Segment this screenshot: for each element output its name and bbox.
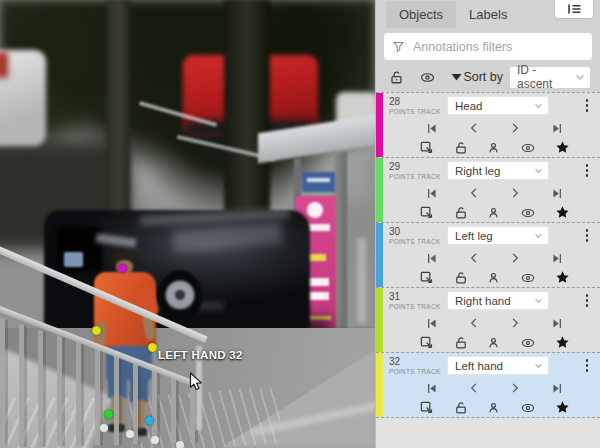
first-keyframe-button[interactable]: [425, 122, 438, 135]
occluded-switch-button[interactable]: [487, 336, 500, 350]
hidden-switch-button[interactable]: [520, 271, 536, 285]
chevron-down-icon: [534, 233, 543, 239]
occluded-switch-button[interactable]: [487, 141, 500, 155]
chevron-down-icon: [575, 74, 585, 81]
next-keyframe-button[interactable]: [509, 382, 521, 394]
objects-sidebar: Objects Labels: [375, 0, 600, 448]
occluded-switch-button[interactable]: [487, 206, 500, 220]
label-select[interactable]: Left hand: [447, 356, 549, 375]
mouse-cursor: [189, 372, 203, 392]
label-select-value: Right leg: [455, 165, 500, 177]
prev-keyframe-button[interactable]: [468, 122, 480, 134]
keypoint-right-hand[interactable]: [92, 326, 101, 335]
sort-order-select[interactable]: ID - ascent: [510, 67, 590, 88]
more-actions-icon[interactable]: [580, 226, 594, 242]
first-keyframe-button[interactable]: [425, 317, 438, 330]
prev-keyframe-button[interactable]: [468, 252, 480, 264]
outside-switch-button[interactable]: [419, 335, 434, 350]
more-actions-icon[interactable]: [580, 161, 594, 177]
label-select[interactable]: Right leg: [447, 161, 549, 180]
next-keyframe-button[interactable]: [509, 187, 521, 199]
object-row-30[interactable]: 30 POINTS TRACK Left leg: [376, 223, 600, 288]
sidebar-header: Objects Labels: [376, 0, 600, 92]
outside-switch-button[interactable]: [419, 205, 434, 220]
video-frame-canvas[interactable]: LEFT HAND 32: [0, 0, 375, 448]
keyframe-star-button[interactable]: [555, 270, 570, 285]
first-keyframe-button[interactable]: [425, 187, 438, 200]
object-type: POINTS TRACK: [389, 238, 447, 245]
object-type: POINTS TRACK: [389, 108, 447, 115]
more-actions-icon[interactable]: [580, 356, 594, 372]
sidebar-tabs: Objects Labels: [376, 0, 600, 28]
keyframe-star-button[interactable]: [555, 140, 570, 155]
keypoint-right-leg[interactable]: [104, 410, 113, 419]
object-id: 30: [389, 227, 447, 237]
hidden-switch-button[interactable]: [520, 141, 536, 155]
last-keyframe-button[interactable]: [551, 382, 564, 395]
object-row-31[interactable]: 31 POINTS TRACK Right hand: [376, 288, 600, 353]
last-keyframe-button[interactable]: [551, 122, 564, 135]
next-keyframe-button[interactable]: [509, 252, 521, 264]
tab-labels[interactable]: Labels: [456, 1, 520, 28]
annotations-filter-box[interactable]: [384, 33, 592, 60]
last-keyframe-button[interactable]: [551, 252, 564, 265]
lock-switch-button[interactable]: [454, 401, 468, 415]
keypoint-left-leg[interactable]: [145, 416, 154, 425]
last-keyframe-button[interactable]: [551, 317, 564, 330]
hidden-switch-button[interactable]: [520, 336, 536, 350]
prev-keyframe-button[interactable]: [468, 382, 480, 394]
tab-objects[interactable]: Objects: [386, 1, 456, 28]
lock-switch-button[interactable]: [454, 271, 468, 285]
object-type: POINTS TRACK: [389, 303, 447, 310]
cvat-annotation-app: LEFT HAND 32 Objects Labels: [0, 0, 600, 448]
eye-icon: [419, 70, 436, 85]
first-keyframe-button[interactable]: [425, 252, 438, 265]
next-keyframe-button[interactable]: [509, 317, 521, 329]
prev-keyframe-button[interactable]: [468, 317, 480, 329]
more-actions-icon[interactable]: [580, 291, 594, 307]
keypoint-left-hand[interactable]: [148, 343, 157, 352]
object-type: POINTS TRACK: [389, 173, 447, 180]
sort-order-value: ID - ascent: [517, 63, 575, 91]
keyframe-star-button[interactable]: [555, 205, 570, 220]
chevron-down-icon: [534, 103, 543, 109]
appearance-menu-button[interactable]: [555, 0, 593, 18]
keyframe-star-button[interactable]: [555, 400, 570, 415]
object-color-strip: [376, 93, 383, 157]
keyframe-star-button[interactable]: [555, 335, 570, 350]
keypoint-head[interactable]: [118, 264, 127, 273]
hidden-switch-button[interactable]: [520, 401, 536, 415]
label-select[interactable]: Left leg: [447, 226, 549, 245]
annotations-filter-input[interactable]: [411, 39, 584, 55]
label-select-value: Right hand: [455, 295, 511, 307]
lock-switch-button[interactable]: [454, 336, 468, 350]
occluded-switch-button[interactable]: [487, 271, 500, 285]
label-select[interactable]: Head: [447, 96, 549, 115]
outside-switch-button[interactable]: [419, 140, 434, 155]
first-keyframe-button[interactable]: [425, 382, 438, 395]
object-row-28[interactable]: 28 POINTS TRACK Head: [376, 93, 600, 158]
lock-all-button[interactable]: [389, 70, 404, 85]
keypoints-layer: [0, 0, 375, 448]
hidden-switch-button[interactable]: [520, 206, 536, 220]
last-keyframe-button[interactable]: [551, 187, 564, 200]
chevron-down-icon: [534, 363, 543, 369]
object-id: 31: [389, 292, 447, 302]
lock-open-icon: [389, 70, 404, 85]
active-point-label: LEFT HAND 32: [158, 349, 243, 361]
outside-switch-button[interactable]: [419, 400, 434, 415]
object-row-32[interactable]: 32 POINTS TRACK Left hand: [376, 353, 600, 418]
lock-switch-button[interactable]: [454, 206, 468, 220]
label-select[interactable]: Right hand: [447, 291, 549, 310]
object-row-29[interactable]: 29 POINTS TRACK Right leg: [376, 158, 600, 223]
next-keyframe-button[interactable]: [509, 122, 521, 134]
outside-switch-button[interactable]: [419, 270, 434, 285]
lock-switch-button[interactable]: [454, 141, 468, 155]
label-select-value: Left leg: [455, 230, 493, 242]
hide-all-button[interactable]: [419, 70, 436, 85]
occluded-switch-button[interactable]: [487, 401, 500, 415]
expand-all-button[interactable]: [451, 73, 462, 81]
prev-keyframe-button[interactable]: [468, 187, 480, 199]
more-actions-icon[interactable]: [580, 96, 594, 112]
object-id: 29: [389, 162, 447, 172]
